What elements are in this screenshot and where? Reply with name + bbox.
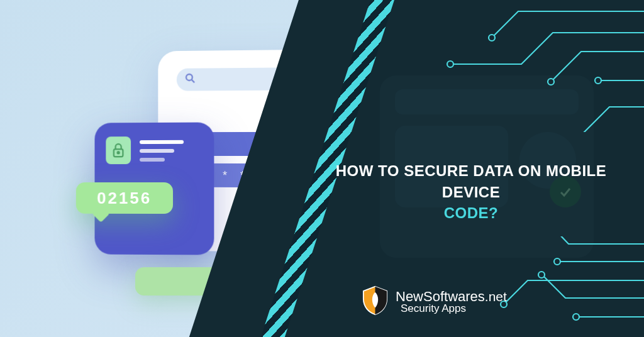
- brand-logo: NewSoftwares.net Security Apps: [361, 285, 507, 318]
- banner-canvas: * * * * * * * 02156: [0, 0, 644, 337]
- svg-point-8: [554, 258, 560, 265]
- svg-point-10: [538, 272, 545, 278]
- headline-text: HOW TO SECURE DATA ON MOBILE DEVICE CODE…: [323, 160, 619, 224]
- svg-point-4: [489, 35, 495, 41]
- svg-point-6: [548, 79, 554, 85]
- search-icon: [184, 72, 197, 87]
- svg-point-0: [186, 74, 192, 80]
- svg-point-3: [118, 152, 119, 153]
- svg-point-11: [573, 314, 579, 320]
- auth-card: 02156: [95, 123, 214, 255]
- svg-point-5: [447, 61, 453, 67]
- headline-line-1: HOW TO SECURE DATA ON MOBILE DEVICE: [323, 160, 619, 202]
- card-text-lines: [140, 140, 184, 167]
- brand-tld: .net: [485, 289, 507, 304]
- brand-tagline: Security Apps: [396, 303, 507, 315]
- headline-line-2: CODE?: [323, 202, 619, 224]
- right-content: HOW TO SECURE DATA ON MOBILE DEVICE CODE…: [292, 0, 644, 337]
- svg-point-7: [595, 77, 601, 84]
- brand-name: NewSoftwares: [396, 289, 485, 304]
- svg-line-1: [192, 80, 194, 82]
- circuit-lines-top: [392, 6, 644, 132]
- otp-code: 02156: [97, 189, 152, 208]
- shield-icon: [361, 285, 389, 318]
- brand-text: NewSoftwares.net Security Apps: [396, 289, 507, 315]
- otp-bubble: 02156: [76, 182, 173, 214]
- lock-icon: [106, 136, 131, 164]
